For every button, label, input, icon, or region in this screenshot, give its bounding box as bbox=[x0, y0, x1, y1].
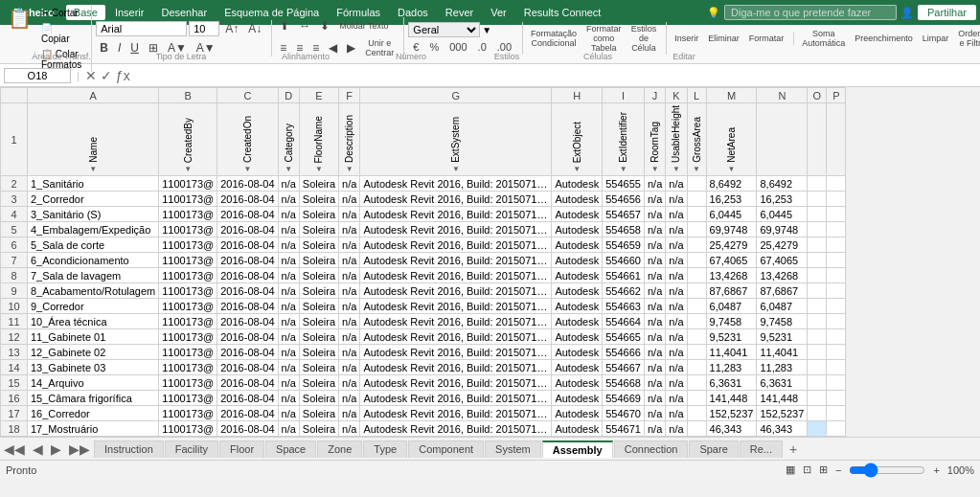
confirm-formula-icon[interactable]: ✓ bbox=[101, 68, 112, 83]
cell-5-C[interactable]: 2016-08-04 bbox=[217, 222, 278, 237]
cancel-formula-icon[interactable]: ✕ bbox=[85, 68, 97, 83]
cell-17-D[interactable]: n/a bbox=[278, 406, 299, 421]
cell-8-M[interactable]: 13,4268 bbox=[706, 268, 757, 283]
cell-8-J[interactable]: n/a bbox=[644, 268, 665, 283]
cell-17-I[interactable]: 554670 bbox=[603, 406, 645, 421]
cell-18-J[interactable]: n/a bbox=[644, 421, 665, 437]
cell-7-D[interactable]: n/a bbox=[278, 253, 299, 268]
cell-14-B[interactable]: 1100173@ bbox=[159, 360, 217, 375]
cell-3-D[interactable]: n/a bbox=[278, 192, 299, 207]
cell-7-C[interactable]: 2016-08-04 bbox=[217, 253, 278, 268]
cell-2-B[interactable]: 1100173@ bbox=[159, 176, 217, 192]
cell-10-C[interactable]: 2016-08-04 bbox=[217, 299, 278, 314]
wrap-text-button[interactable]: Moldar Texto bbox=[335, 17, 392, 34]
cell-18-E[interactable]: Soleira bbox=[299, 421, 338, 437]
cell-10-O[interactable] bbox=[808, 299, 827, 314]
cell-3-H[interactable]: Autodesk bbox=[552, 192, 603, 207]
col-header-H[interactable]: H bbox=[552, 88, 603, 103]
header-cell-P[interactable] bbox=[827, 103, 846, 176]
zoom-in-button[interactable]: + bbox=[933, 464, 939, 476]
menu-item-inserir[interactable]: Inserir bbox=[107, 5, 152, 20]
cell-12-H[interactable]: Autodesk bbox=[552, 329, 603, 345]
cell-3-E[interactable]: Soleira bbox=[299, 192, 338, 207]
cell-9-D[interactable]: n/a bbox=[278, 283, 299, 299]
insert-cells-button[interactable]: Inserir bbox=[671, 32, 702, 45]
cell-11-P[interactable] bbox=[827, 314, 846, 329]
cell-8-N[interactable]: 13,4268 bbox=[757, 268, 808, 283]
cell-8-H[interactable]: Autodesk bbox=[552, 268, 603, 283]
cell-10-E[interactable]: Soleira bbox=[299, 299, 338, 314]
cell-13-B[interactable]: 1100173@ bbox=[159, 345, 217, 360]
menu-item-ver[interactable]: Ver bbox=[483, 5, 514, 20]
cell-9-P[interactable] bbox=[827, 283, 846, 299]
cell-8-A[interactable]: 7_Sala de lavagem bbox=[28, 268, 159, 283]
cell-8-C[interactable]: 2016-08-04 bbox=[217, 268, 278, 283]
cell-9-I[interactable]: 554662 bbox=[603, 283, 645, 299]
cell-10-A[interactable]: 9_Corredor bbox=[28, 299, 159, 314]
cell-8-L[interactable] bbox=[687, 268, 706, 283]
col-header-G[interactable]: G bbox=[360, 88, 552, 103]
cell-11-L[interactable] bbox=[687, 314, 706, 329]
cell-16-F[interactable]: n/a bbox=[339, 391, 360, 406]
cell-4-B[interactable]: 1100173@ bbox=[159, 207, 217, 222]
cell-8-F[interactable]: n/a bbox=[339, 268, 360, 283]
conditional-format-button[interactable]: Formatação Condicional bbox=[527, 22, 581, 55]
page-break-icon[interactable]: ⊞ bbox=[819, 463, 828, 476]
menu-item-results-connect[interactable]: Results Connect bbox=[516, 5, 609, 20]
sheet-tab-type[interactable]: Type bbox=[363, 441, 407, 458]
cell-4-F[interactable]: n/a bbox=[339, 207, 360, 222]
cell-16-M[interactable]: 141,448 bbox=[706, 391, 757, 406]
cell-13-D[interactable]: n/a bbox=[278, 345, 299, 360]
cell-19-L[interactable] bbox=[687, 437, 706, 438]
cell-13-F[interactable]: n/a bbox=[339, 345, 360, 360]
align-top-button[interactable]: ⬆ bbox=[276, 17, 293, 34]
cell-3-L[interactable] bbox=[687, 192, 706, 207]
cell-4-J[interactable]: n/a bbox=[644, 207, 665, 222]
cell-15-N[interactable]: 6,3631 bbox=[757, 375, 808, 391]
cell-18-F[interactable]: n/a bbox=[339, 421, 360, 437]
font-size-increase[interactable]: A↑ bbox=[221, 20, 242, 37]
col-header-B[interactable]: B bbox=[159, 88, 217, 103]
cell-13-E[interactable]: Soleira bbox=[299, 345, 338, 360]
cell-16-L[interactable] bbox=[687, 391, 706, 406]
cell-3-C[interactable]: 2016-08-04 bbox=[217, 192, 278, 207]
cell-6-G[interactable]: Autodesk Revit 2016, Build: 20150714_151… bbox=[360, 237, 552, 253]
align-middle-button[interactable]: ↔ bbox=[295, 17, 314, 34]
cell-6-H[interactable]: Autodesk bbox=[552, 237, 603, 253]
cell-reference-box[interactable] bbox=[4, 68, 71, 83]
cell-11-H[interactable]: Autodesk bbox=[552, 314, 603, 329]
header-cell-H[interactable]: ExtObject▼ bbox=[552, 103, 603, 176]
cell-15-K[interactable]: n/a bbox=[666, 375, 687, 391]
cell-18-D[interactable]: n/a bbox=[278, 421, 299, 437]
cell-19-I[interactable]: 554672 bbox=[603, 437, 645, 438]
align-bottom-button[interactable]: ⬇ bbox=[316, 17, 333, 34]
clear-button[interactable]: Limpar bbox=[919, 22, 953, 55]
cell-19-A[interactable]: 18_Vestiário (S) bbox=[28, 437, 159, 438]
cell-13-M[interactable]: 11,4041 bbox=[706, 345, 757, 360]
sort-filter-button[interactable]: Ordenar e Filtrar bbox=[954, 22, 980, 55]
cell-6-N[interactable]: 25,4279 bbox=[757, 237, 808, 253]
cell-15-L[interactable] bbox=[687, 375, 706, 391]
cell-3-K[interactable]: n/a bbox=[666, 192, 687, 207]
cell-15-F[interactable]: n/a bbox=[339, 375, 360, 391]
cell-styles-button[interactable]: Estilos de Célula bbox=[627, 22, 661, 55]
cell-7-H[interactable]: Autodesk bbox=[552, 253, 603, 268]
cell-13-K[interactable]: n/a bbox=[666, 345, 687, 360]
col-header-F[interactable]: F bbox=[339, 88, 360, 103]
cell-12-G[interactable]: Autodesk Revit 2016, Build: 20150714_151… bbox=[360, 329, 552, 345]
header-cell-E[interactable]: FloorName▼ bbox=[299, 103, 338, 176]
cell-17-P[interactable] bbox=[827, 406, 846, 421]
header-cell-F[interactable]: Description▼ bbox=[339, 103, 360, 176]
cell-6-K[interactable]: n/a bbox=[666, 237, 687, 253]
format-cells-button[interactable]: Formatar bbox=[745, 32, 788, 45]
cell-7-B[interactable]: 1100173@ bbox=[159, 253, 217, 268]
cell-9-B[interactable]: 1100173@ bbox=[159, 283, 217, 299]
cell-10-B[interactable]: 1100173@ bbox=[159, 299, 217, 314]
cell-9-A[interactable]: 8_Acabamento/Rotulagem bbox=[28, 283, 159, 299]
cell-10-H[interactable]: Autodesk bbox=[552, 299, 603, 314]
cell-5-D[interactable]: n/a bbox=[278, 222, 299, 237]
cell-16-P[interactable] bbox=[827, 391, 846, 406]
cell-12-B[interactable]: 1100173@ bbox=[159, 329, 217, 345]
cell-18-K[interactable]: n/a bbox=[666, 421, 687, 437]
cell-15-P[interactable] bbox=[827, 375, 846, 391]
